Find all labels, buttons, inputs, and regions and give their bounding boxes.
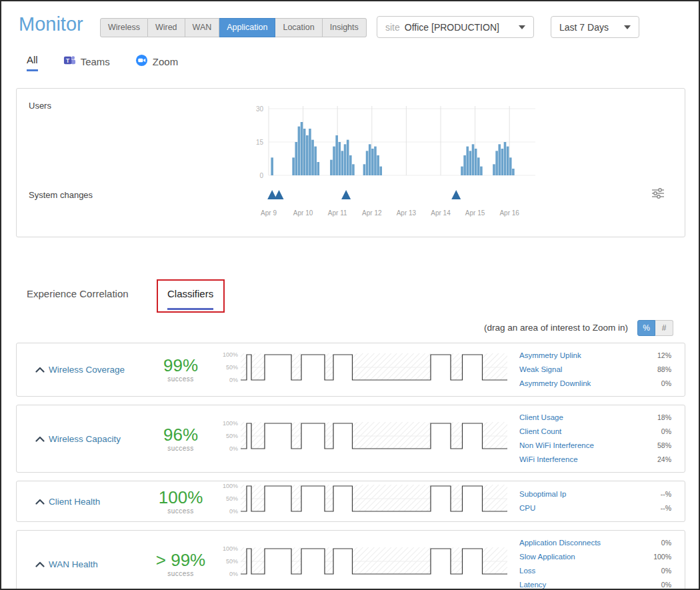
unit-toggle-count[interactable]: # [655,320,673,336]
sparkline-chart[interactable]: 100%50%0% [218,545,511,583]
svg-text:T: T [66,57,70,64]
success-caption: success [149,570,213,577]
nav-tab-wireless[interactable]: Wireless [100,18,148,37]
svg-text:Apr 14: Apr 14 [431,209,451,217]
success-caption: success [149,507,213,515]
sub-classifier-value: --% [661,487,671,501]
collapse-chevron-icon[interactable] [35,499,49,505]
app-filter-tabs: All T Teams Zoom [27,54,203,73]
sub-classifier-link[interactable]: Loss [519,564,535,578]
sub-classifier-value: 0% [661,377,671,391]
nav-tab-insights[interactable]: Insights [323,18,367,37]
classifier-score: > 99% success [149,551,213,577]
svg-text:Apr 16: Apr 16 [499,209,519,217]
classifier-score: 100% success [149,489,213,515]
site-selector[interactable]: site Office [PRODUCTION] [377,16,534,38]
zoom-icon [135,54,148,69]
sub-classifier-list: Client Usage18%Client Count0%Non WiFi In… [519,411,671,467]
sub-classifier-row: Application Disconnects0% [519,536,671,550]
tab-all-label: All [27,54,38,65]
collapse-chevron-icon[interactable] [35,561,49,567]
sub-classifier-list: Suboptimal Ip--%CPU--% [519,487,671,515]
nav-tab-application[interactable]: Application [219,18,275,37]
sub-classifier-link[interactable]: CPU [519,501,535,515]
svg-text:50%: 50% [226,558,238,565]
sub-classifier-link[interactable]: Weak Signal [519,363,562,377]
svg-text:30: 30 [256,105,264,113]
unit-toggle-percent[interactable]: % [637,320,655,336]
nav-tab-location[interactable]: Location [275,18,322,37]
sub-classifier-value: 0% [661,564,671,578]
classifier-name-link[interactable]: Wireless Capacity [49,434,149,444]
sub-classifier-row: Client Usage18% [519,411,671,425]
svg-text:100%: 100% [223,420,238,427]
svg-text:Apr 10: Apr 10 [293,209,313,217]
zoom-hint-label: (drag an area of interest to Zoom in) [484,323,628,333]
sparkline-chart[interactable]: 100%50%0% [218,419,511,458]
sub-classifier-list: Application Disconnects0%Slow Applicatio… [519,536,671,590]
svg-text:100%: 100% [223,483,238,489]
tab-experience-correlation[interactable]: Experience Correlation [27,288,129,299]
svg-text:15: 15 [256,139,264,146]
sub-classifier-value: 24% [657,453,671,467]
svg-text:Apr 11: Apr 11 [328,209,347,217]
system-changes-label: System changes [29,190,93,200]
success-caption: success [149,375,213,383]
success-percent-value: > 99% [149,551,213,569]
sub-classifier-link[interactable]: Slow Application [519,550,575,564]
success-percent-value: 100% [149,489,213,506]
collapse-chevron-icon[interactable] [35,367,49,373]
classifier-card-client-health: Client Health 100% success 100%50%0% Sub… [16,481,685,522]
sub-classifier-link[interactable]: Asymmetry Uplink [519,349,581,363]
collapse-chevron-icon[interactable] [35,436,49,442]
sub-classifier-link[interactable]: Suboptimal Ip [519,487,566,501]
nav-tab-wired[interactable]: Wired [148,18,185,37]
sub-classifier-link[interactable]: Non WiFi Interference [519,439,594,453]
sub-classifier-row: Slow Application100% [519,550,671,564]
svg-text:0%: 0% [229,445,238,452]
success-caption: success [149,445,213,452]
success-percent-value: 96% [149,426,213,443]
overview-chart-svg[interactable]: 30150Apr 9Apr 10Apr 11Apr 12Apr 13Apr 14… [237,97,543,230]
page-title: Monitor [19,13,83,35]
teams-icon: T [63,54,76,69]
svg-text:Apr 9: Apr 9 [261,209,277,217]
sub-classifier-link[interactable]: Application Disconnects [519,536,601,550]
svg-text:0%: 0% [229,377,238,383]
classifier-card-wan-health: WAN Health > 99% success 100%50%0% Appli… [16,530,685,590]
users-label: Users [29,101,51,111]
tab-zoom[interactable]: Zoom [135,54,178,73]
settings-sliders-icon[interactable] [651,187,665,202]
nav-tab-wan[interactable]: WAN [185,18,220,37]
sparkline-chart[interactable]: 100%50%0% [218,482,511,521]
sub-classifier-row: WiFi Interference24% [519,453,671,467]
success-percent-value: 99% [149,357,213,374]
classifier-score: 96% success [149,426,213,452]
svg-text:Apr 12: Apr 12 [362,209,382,217]
tab-classifiers[interactable]: Classifiers [167,288,213,310]
tab-teams[interactable]: T Teams [63,54,110,73]
sub-classifier-link[interactable]: Latency [519,578,546,590]
classifier-name-link[interactable]: Client Health [49,497,149,507]
svg-text:50%: 50% [226,433,238,439]
sub-classifier-value: 12% [657,349,671,363]
sub-classifier-value: 0% [661,578,671,590]
chevron-down-icon [519,25,525,29]
sub-classifier-row: Non WiFi Interference58% [519,439,671,453]
sub-classifier-value: 0% [661,536,671,550]
sub-classifier-link[interactable]: Asymmetry Downlink [519,377,591,391]
sub-classifier-link[interactable]: Client Count [519,425,561,439]
sub-classifier-link[interactable]: Client Usage [519,411,563,425]
sub-classifier-value: 100% [653,550,671,564]
sub-classifier-row: Loss0% [519,564,671,578]
overview-panel: Users System changes 30150Apr 9Apr 10Apr… [16,88,685,237]
tab-all[interactable]: All [27,54,38,71]
classifier-name-link[interactable]: Wireless Coverage [49,365,149,375]
sparkline-chart[interactable]: 100%50%0% [218,351,511,389]
unit-toggle: % # [637,320,673,336]
sub-classifier-value: 18% [657,411,671,425]
time-range-selector[interactable]: Last 7 Days [551,16,639,38]
classifier-name-link[interactable]: WAN Health [49,559,149,569]
site-prefix-label: site [385,22,400,33]
sub-classifier-link[interactable]: WiFi Interference [519,453,578,467]
